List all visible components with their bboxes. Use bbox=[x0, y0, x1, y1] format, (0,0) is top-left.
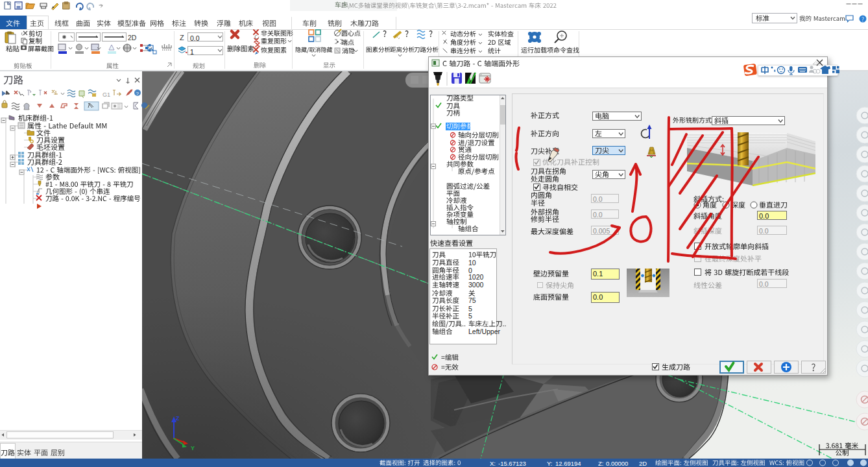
svg-text:Z: Z bbox=[176, 415, 180, 422]
svg-text:Y: Y bbox=[191, 445, 195, 451]
